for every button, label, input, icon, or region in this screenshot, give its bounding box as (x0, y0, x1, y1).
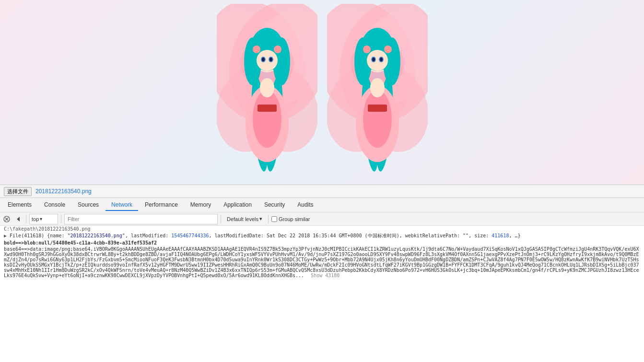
svg-point-19 (269, 58, 272, 61)
svg-point-24 (253, 46, 260, 53)
default-levels-chevron: ▾ (259, 216, 262, 222)
tab-security[interactable]: Security (258, 199, 291, 211)
tab-memory[interactable]: Memory (185, 199, 217, 211)
separator-1 (26, 215, 26, 223)
expand-arrow[interactable]: ▶ (4, 233, 10, 238)
blob-text: bold==>blob:null/54480e45-c11a-4cbb-839e… (4, 240, 157, 245)
main-layout: 选择文件 20181222163540.png Elements Console… (0, 0, 644, 362)
file-info-text: File(411618) {name: "20181222163540.png"… (10, 233, 520, 238)
devtools-panel: Elements Console Sources Network Perform… (0, 198, 644, 362)
context-label: top (32, 216, 39, 222)
separator-3 (221, 215, 221, 223)
default-levels-button[interactable]: Default levels ▾ (224, 215, 265, 222)
base64-line: base64==>data:image/png;base64,iVBORw0KG… (0, 246, 644, 279)
tab-network[interactable]: Network (105, 199, 138, 211)
default-levels-label: Default levels (227, 216, 258, 222)
filepath-line: C:\fakepath\20181222163540.png (0, 226, 644, 232)
clear-console-button[interactable] (2, 214, 12, 224)
filter-input[interactable] (64, 214, 218, 224)
console-content: C:\fakepath\20181222163540.png ▶ File(41… (0, 226, 644, 362)
svg-point-25 (274, 46, 281, 53)
left-figure (217, 4, 317, 181)
svg-point-41 (367, 50, 388, 71)
svg-rect-49 (368, 105, 387, 112)
right-figure (327, 4, 428, 181)
svg-point-47 (363, 90, 392, 148)
group-similar-text: Group similar (279, 216, 310, 222)
file-object-line[interactable]: ▶ File(411618) {name: "20181222163540.pn… (0, 232, 644, 240)
svg-point-51 (384, 46, 392, 53)
svg-point-15 (257, 50, 278, 71)
svg-point-48 (370, 78, 385, 97)
tab-elements[interactable]: Elements (2, 199, 37, 211)
tab-audits[interactable]: Audits (292, 199, 319, 211)
tab-application[interactable]: Application (218, 199, 258, 211)
svg-point-21 (253, 90, 281, 148)
devtools-toolbar: Elements Console Sources Network Perform… (0, 198, 644, 212)
filename-display: 20181222163540.png (35, 188, 92, 195)
choose-file-button[interactable]: 选择文件 (4, 187, 32, 196)
separator-2 (61, 215, 61, 223)
context-chevron: ▾ (40, 216, 42, 222)
svg-marker-55 (17, 217, 20, 222)
svg-point-22 (260, 78, 274, 97)
filepath-text: C:\fakepath\20181222163540.png (4, 226, 91, 232)
image-area (0, 0, 644, 185)
figures-container (217, 0, 428, 185)
file-bar: 选择文件 20181222163540.png (0, 185, 644, 198)
svg-point-18 (262, 58, 265, 61)
context-selector[interactable]: top ▾ (29, 214, 58, 224)
tab-console[interactable]: Console (38, 199, 71, 211)
svg-point-44 (372, 58, 375, 61)
console-toolbar: top ▾ Default levels ▾ Group similar (0, 212, 644, 226)
group-similar-label[interactable]: Group similar (271, 216, 310, 222)
group-similar-checkbox[interactable] (271, 216, 277, 222)
back-button[interactable] (13, 214, 23, 224)
svg-point-45 (380, 58, 383, 61)
separator-4 (268, 215, 269, 223)
tab-sources[interactable]: Sources (72, 199, 105, 211)
blob-line: bold==>blob:null/54480e45-c11a-4cbb-839e… (0, 240, 644, 246)
svg-rect-23 (258, 105, 277, 112)
tab-performance[interactable]: Performance (139, 199, 184, 211)
show-more-text[interactable]: Show 43180 (307, 272, 343, 279)
svg-point-50 (363, 46, 371, 53)
